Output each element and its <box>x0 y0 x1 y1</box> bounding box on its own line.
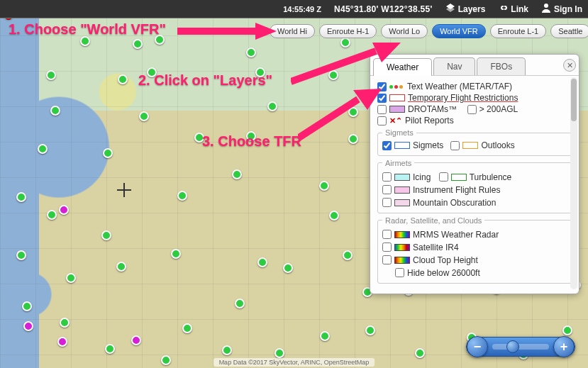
checkbox-icing[interactable] <box>382 172 392 182</box>
text-weather-icon <box>389 85 403 89</box>
label-mrms: MRMS Weather Radar <box>413 230 499 240</box>
map-marker-green[interactable] <box>320 331 330 341</box>
checkbox-mrms[interactable] <box>382 230 392 239</box>
tab-nav[interactable]: Nav <box>433 57 475 75</box>
label-sigmets: Sigmets <box>413 140 443 150</box>
map-marker-green[interactable] <box>105 344 115 354</box>
map-marker-green[interactable] <box>139 111 149 121</box>
checkbox-tfr[interactable] <box>377 94 387 103</box>
map-marker-green[interactable] <box>171 249 181 259</box>
map-marker-green[interactable] <box>60 318 70 328</box>
map-marker-green[interactable] <box>161 355 171 365</box>
checkbox-drotams[interactable] <box>377 105 387 114</box>
map-marker-green[interactable] <box>177 191 187 201</box>
map-marker-green[interactable] <box>222 345 232 355</box>
chart-seattle-button[interactable]: Seattle <box>550 24 588 38</box>
map-marker-green[interactable] <box>16 250 26 260</box>
checkbox-cloudtop[interactable] <box>382 255 392 264</box>
map-marker-green[interactable] <box>274 348 284 358</box>
map-marker-green[interactable] <box>246 48 256 57</box>
layers-button[interactable]: Layers <box>445 3 486 15</box>
checkbox-outlooks[interactable] <box>450 141 460 150</box>
link-button[interactable]: Link <box>498 3 528 15</box>
map-marker-green[interactable] <box>257 257 267 267</box>
sigmets-swatch-icon <box>394 142 410 149</box>
checkbox-satir4[interactable] <box>382 242 392 252</box>
map-marker-green[interactable] <box>267 101 277 111</box>
map-marker-green[interactable] <box>340 38 350 48</box>
map-marker-green[interactable] <box>47 210 57 220</box>
checkbox-pilot-reports[interactable] <box>377 116 387 126</box>
map-marker-green[interactable] <box>46 70 56 80</box>
map-marker-green[interactable] <box>365 325 375 335</box>
label-satir4: Satellite IR4 <box>413 242 459 252</box>
checkbox-turbulence[interactable] <box>439 172 448 182</box>
map-marker-magenta[interactable] <box>59 205 69 215</box>
tab-fbos[interactable]: FBOs <box>477 57 526 75</box>
label-pilot-reports: Pilot Reports <box>405 116 454 126</box>
chart-enroute-l1-button[interactable]: Enroute L-1 <box>490 24 546 38</box>
map-marker-green[interactable] <box>562 325 572 335</box>
map-marker-green[interactable] <box>101 230 111 240</box>
zoom-slider-track[interactable] <box>492 344 549 350</box>
checkbox-sigmets[interactable] <box>382 141 392 150</box>
legend-sigmets: Sigmets <box>382 128 416 137</box>
mrms-swatch-icon <box>394 231 410 238</box>
checkbox-text-weather[interactable] <box>377 82 387 91</box>
map-marker-magenta[interactable] <box>23 321 33 331</box>
label-tfr: Temporary Flight Restrictions <box>408 93 518 103</box>
chart-selector-row: World Hi Enroute H-1 World Lo World VFR … <box>270 24 588 38</box>
chart-enroute-h1-button[interactable]: Enroute H-1 <box>319 24 377 38</box>
map-marker-green[interactable] <box>232 169 242 179</box>
map-crosshair <box>117 183 131 197</box>
clock: 14:55:49 Z <box>283 5 321 13</box>
map-marker-green[interactable] <box>283 263 293 273</box>
map-marker-green[interactable] <box>22 301 32 311</box>
zoom-out-button[interactable]: − <box>467 336 488 357</box>
checkbox-mtn[interactable] <box>382 198 392 207</box>
map-marker-green[interactable] <box>235 299 245 308</box>
zoom-in-button[interactable]: + <box>553 336 575 357</box>
svg-point-2 <box>544 4 548 8</box>
chart-world-vfr-button[interactable]: World VFR <box>432 24 486 38</box>
map-marker-green[interactable] <box>116 262 126 272</box>
chart-world-lo-button[interactable]: World Lo <box>381 24 428 38</box>
map-marker-magenta[interactable] <box>57 337 67 347</box>
map-marker-green[interactable] <box>66 273 76 283</box>
zoom-slider-thumb[interactable] <box>506 340 519 353</box>
panel-scrollbar[interactable] <box>570 77 577 289</box>
map-marker-green[interactable] <box>38 144 48 154</box>
close-icon[interactable]: ✕ <box>563 59 576 72</box>
chart-world-hi-button[interactable]: World Hi <box>270 24 315 38</box>
map-marker-green[interactable] <box>50 106 60 116</box>
top-bar: 14:55:49 Z N45°31.80' W122°38.55' Layers… <box>0 0 588 18</box>
map-marker-green[interactable] <box>16 192 26 202</box>
annotation-step1: 1. Choose "World VFR" <box>9 21 166 38</box>
checkbox-hide26000[interactable] <box>395 268 404 277</box>
map-marker-green[interactable] <box>103 148 113 158</box>
checkbox-ifr[interactable] <box>382 185 392 194</box>
map-marker-green[interactable] <box>319 181 329 191</box>
map-marker-green[interactable] <box>348 107 358 117</box>
map-marker-green[interactable] <box>343 250 353 260</box>
map-marker-green[interactable] <box>328 70 338 80</box>
map-marker-green[interactable] <box>80 36 90 46</box>
map-marker-green[interactable] <box>133 39 143 49</box>
map-marker-green[interactable] <box>118 74 128 84</box>
radar-group: Radar, Satellite, and Clouds MRMS Weathe… <box>377 216 572 284</box>
map-marker-green[interactable] <box>348 134 358 144</box>
map-marker-green[interactable] <box>415 348 425 358</box>
map-marker-magenta[interactable] <box>131 335 141 345</box>
checkbox-200agl[interactable] <box>467 105 477 114</box>
map-marker-green[interactable] <box>182 323 192 333</box>
panel-tabs: Weather Nav FBOs ✕ <box>370 55 579 76</box>
drotams-swatch-icon <box>389 106 405 113</box>
map-marker-green[interactable] <box>329 211 339 221</box>
tab-weather[interactable]: Weather <box>373 58 432 76</box>
outlooks-swatch-icon <box>462 142 478 149</box>
satir4-swatch-icon <box>394 244 410 251</box>
label-mtn: Mountain Obscuration <box>413 198 496 208</box>
signin-button[interactable]: Sign In <box>541 3 582 15</box>
panel-scrollbar-thumb[interactable] <box>571 79 577 121</box>
cloudtop-swatch-icon <box>394 257 410 264</box>
